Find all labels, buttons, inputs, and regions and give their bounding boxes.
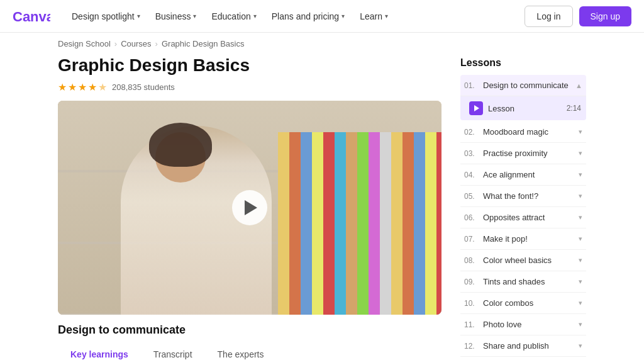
course-meta: ★ ★ ★ ★ ★ 208,835 students (58, 81, 441, 93)
chevron-down-icon: ▾ (579, 235, 582, 243)
lesson-02-num: 02. (464, 128, 479, 137)
lesson-04-left: 04. Ace alignment (464, 170, 579, 179)
svg-text:Canva: Canva (13, 9, 50, 24)
signup-button[interactable]: Sign up (579, 6, 631, 26)
lesson-09-num: 09. (464, 278, 479, 286)
chevron-down-icon: ▾ (579, 299, 582, 307)
breadcrumb-sep-2: › (155, 39, 158, 48)
nav-design-spotlight[interactable]: Design spotlight ▾ (65, 8, 147, 25)
star-1: ★ (58, 81, 67, 93)
lesson-11-left: 11. Photo love (464, 320, 579, 329)
chevron-down-icon: ▾ (579, 256, 582, 264)
lesson-11-name: Photo love (483, 320, 521, 329)
chevron-down-icon: ▾ (579, 192, 582, 200)
breadcrumb-courses[interactable]: Courses (121, 39, 151, 48)
chevron-down-icon: ▾ (579, 171, 582, 179)
lesson-05-num: 05. (464, 192, 479, 201)
tab-transcript[interactable]: Transcript (141, 343, 205, 360)
course-title: Graphic Design Basics (58, 55, 441, 76)
lesson-07-name: Make it pop! (483, 234, 528, 244)
chevron-down-icon: ▾ (579, 278, 582, 286)
lesson-subtitle: Design to communicate (58, 323, 441, 337)
lesson-10-name: Color combos (483, 298, 533, 308)
lesson-item-03[interactable]: 03. Practise proximity ▾ (460, 143, 586, 164)
chevron-down-icon: ▾ (579, 342, 582, 350)
breadcrumb-current: Graphic Design Basics (162, 39, 245, 48)
lesson-item-04[interactable]: 04. Ace alignment ▾ (460, 164, 586, 186)
chevron-up-icon: ▲ (575, 82, 582, 89)
star-4: ★ (88, 81, 97, 93)
lesson-01-name: Design to communicate (483, 81, 569, 90)
play-button[interactable] (232, 190, 267, 225)
lesson-04-name: Ace alignment (483, 170, 535, 179)
lesson-tabs: Key learnings Transcript The experts (58, 343, 441, 360)
breadcrumb-sep-1: › (114, 39, 117, 48)
video-player[interactable] (58, 101, 441, 315)
chevron-down-icon: ▾ (579, 128, 582, 136)
lesson-12-left: 12. Share and publish (464, 341, 579, 351)
lesson-08-left: 08. Color wheel basics (464, 256, 579, 265)
lesson-07-num: 07. (464, 235, 479, 244)
nav-actions: Log in Sign up (525, 6, 631, 27)
lesson-03-name: Practise proximity (483, 149, 548, 158)
lesson-item-08[interactable]: 08. Color wheel basics ▾ (460, 250, 586, 271)
lesson-item-02[interactable]: 02. Moodboard magic ▾ (460, 121, 586, 143)
navbar: Canva Design spotlight ▾ Business ▾ Educ… (0, 0, 644, 33)
lesson-03-left: 03. Practise proximity (464, 149, 579, 158)
lesson-item-01[interactable]: 01. Design to communicate ▲ (460, 75, 586, 96)
student-count: 208,835 students (112, 82, 175, 92)
lesson-item-10[interactable]: 10. Color combos ▾ (460, 293, 586, 314)
nav-learn[interactable]: Learn ▾ (353, 8, 394, 25)
lesson-item-09[interactable]: 09. Tints and shades ▾ (460, 271, 586, 293)
nav-links: Design spotlight ▾ Business ▾ Education … (65, 8, 525, 25)
lesson-02-name: Moodboard magic (483, 127, 548, 137)
lesson-item-06[interactable]: 06. Opposites attract ▾ (460, 207, 586, 228)
left-column: Graphic Design Basics ★ ★ ★ ★ ★ 208,835 … (58, 55, 441, 360)
sub-lesson-name: Lesson (488, 104, 514, 113)
lessons-title: Lessons (460, 57, 586, 69)
chevron-down-icon: ▾ (341, 13, 345, 20)
star-5: ★ (98, 81, 107, 93)
lesson-01-num: 01. (464, 81, 479, 90)
tab-key-learnings[interactable]: Key learnings (58, 343, 141, 360)
star-3: ★ (78, 81, 87, 93)
lesson-10-left: 10. Color combos (464, 298, 579, 308)
tab-experts[interactable]: The experts (205, 343, 277, 360)
lesson-item-11[interactable]: 11. Photo love ▾ (460, 314, 586, 335)
chevron-down-icon: ▾ (579, 213, 582, 222)
lesson-item-12[interactable]: 12. Share and publish ▾ (460, 335, 586, 357)
lesson-06-num: 06. (464, 213, 479, 222)
lesson-09-name: Tints and shades (483, 277, 545, 286)
lesson-07-left: 07. Make it pop! (464, 234, 579, 244)
lesson-01-left: 01. Design to communicate (464, 81, 575, 90)
chevron-down-icon: ▾ (193, 13, 196, 20)
nav-business[interactable]: Business ▾ (149, 8, 203, 25)
lesson-06-left: 06. Opposites attract (464, 213, 579, 222)
lesson-02-left: 02. Moodboard magic (464, 127, 579, 137)
lesson-10-num: 10. (464, 299, 479, 308)
nav-education[interactable]: Education ▾ (205, 8, 262, 25)
nav-plans-pricing[interactable]: Plans and pricing ▾ (265, 8, 351, 25)
lesson-item-07[interactable]: 07. Make it pop! ▾ (460, 228, 586, 250)
play-icon-small (469, 101, 483, 115)
lesson-08-name: Color wheel basics (483, 256, 552, 265)
lesson-08-num: 08. (464, 256, 479, 265)
lessons-panel: Lessons 01. Design to communicate ▲ Less… (460, 55, 586, 360)
breadcrumb-design-school[interactable]: Design School (58, 39, 111, 48)
lesson-05-left: 05. What the font!? (464, 191, 579, 201)
lesson-item-05[interactable]: 05. What the font!? ▾ (460, 186, 586, 207)
sub-lesson-left: Lesson (469, 101, 514, 115)
lesson-03-num: 03. (464, 149, 479, 158)
chevron-down-icon: ▾ (253, 13, 257, 20)
person-hair (149, 123, 212, 167)
star-2: ★ (68, 81, 77, 93)
page-content: Graphic Design Basics ★ ★ ★ ★ ★ 208,835 … (0, 55, 644, 360)
star-rating: ★ ★ ★ ★ ★ (58, 81, 107, 93)
lesson-12-name: Share and publish (483, 341, 549, 351)
sub-lesson-duration: 2:14 (567, 104, 581, 113)
chevron-down-icon: ▾ (579, 320, 582, 329)
login-button[interactable]: Log in (525, 6, 572, 27)
sub-lesson-row[interactable]: Lesson 2:14 (460, 96, 586, 120)
chevron-down-icon: ▾ (385, 13, 388, 20)
canva-logo[interactable]: Canva (13, 9, 50, 24)
